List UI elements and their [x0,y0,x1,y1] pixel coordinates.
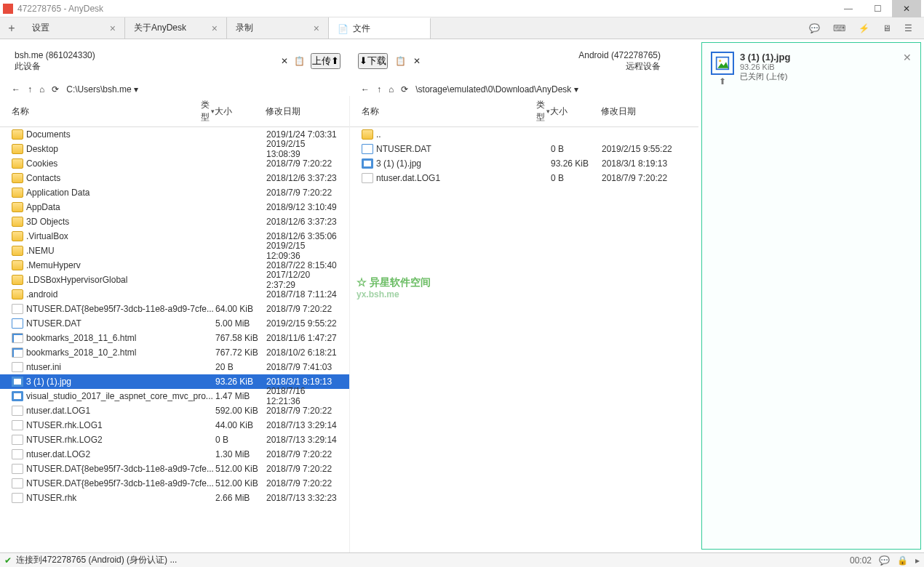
file-row[interactable]: bookmarks_2018_11_6.html767.58 KiB2018/1… [0,331,349,345]
file-row[interactable]: ntuser.ini20 B2018/7/9 7:41:03 [0,360,349,374]
tab-record[interactable]: 录制 × [227,17,329,39]
file-row[interactable]: NTUSER.rhk2.66 MiB2018/7/13 3:32:23 [0,491,349,505]
upload-button[interactable]: 上传⬆ [311,53,340,69]
monitor-icon[interactable]: 🖥 [883,23,891,33]
download-button[interactable]: ⬇下载 [358,53,388,69]
file-size: 5.00 MiB [215,318,266,329]
transfer-queue: ⬆ 3 (1) (1).jpg 93.26 KiB 已关闭 (上传) ✕ [701,42,921,550]
local-back-button[interactable]: ← [12,84,20,94]
file-row[interactable]: Contacts2018/12/6 3:37:23 [0,171,349,185]
tab-label: 关于AnyDesk [134,22,186,34]
col-size[interactable]: 大小 [215,99,266,124]
file-date: 2018/7/9 7:20:22 [266,188,338,198]
file-row[interactable]: Desktop2019/2/15 13:08:39 [0,142,349,156]
file-icon [362,173,373,183]
file-row[interactable]: 3 (1) (1).jpg93.26 KiB2018/3/1 8:19:13 [350,156,698,171]
file-row[interactable]: NTUSER.DAT{8ebe95f7-3dcb-11e8-a9d9-7cfe.… [0,462,349,476]
file-row[interactable]: NTUSER.DAT0 B2019/2/15 9:55:22 [350,142,698,156]
file-icon [12,464,23,474]
file-date: 2018/7/9 7:41:03 [266,362,338,372]
file-row[interactable]: NTUSER.DAT{8ebe95f7-3dcb-11e8-a9d9-7cfe.… [0,302,349,316]
html-icon [12,347,23,358]
tab-close-icon[interactable]: × [212,23,218,34]
img-icon [12,377,23,387]
file-row[interactable]: .android2018/7/18 7:11:24 [0,287,349,302]
remote-file-list[interactable]: ..NTUSER.DAT0 B2019/2/15 9:55:223 (1) (1… [350,127,698,552]
file-row[interactable]: .LDSBoxHypervisorGlobal2017/12/20 2:37:2… [0,273,349,287]
col-type[interactable]: 类型▾ [536,99,550,124]
tab-settings[interactable]: 设置 × [23,17,125,39]
local-up-button[interactable]: ↑ [28,84,32,94]
menu-icon[interactable]: ☰ [904,23,912,33]
local-refresh-button[interactable]: ⟳ [52,84,59,94]
file-name: Cookies [26,158,215,169]
tab-close-icon[interactable]: × [314,23,319,34]
file-row[interactable]: 3D Objects2018/12/6 3:37:23 [0,214,349,229]
local-home-button[interactable]: ⌂ [39,84,44,94]
file-size: 2.66 MiB [215,493,266,503]
new-tab-button[interactable]: + [0,17,23,39]
dropdown-icon[interactable]: ▾ [574,84,578,94]
file-date: 2018/3/1 8:19:13 [602,158,687,169]
remote-copy-icon[interactable]: 📋 [395,56,406,66]
tab-about[interactable]: 关于AnyDesk × [125,17,227,39]
file-row[interactable]: NTUSER.rhk.LOG144.00 KiB2018/7/13 3:29:1… [0,418,349,433]
remote-close-icon[interactable]: ✕ [413,56,421,66]
file-row[interactable]: bookmarks_2018_10_2.html767.72 KiB2018/1… [0,345,349,360]
file-row[interactable]: NTUSER.DAT5.00 MiB2019/2/15 9:55:22 [0,316,349,331]
file-row[interactable]: ntuser.dat.LOG1592.00 KiB2018/7/9 7:20:2… [0,403,349,418]
file-row[interactable]: ntuser.dat.LOG10 B2018/7/9 7:20:22 [350,171,698,185]
local-file-list[interactable]: Documents2019/1/24 7:03:31Desktop2019/2/… [0,127,349,552]
file-date: 2018/9/12 3:10:49 [266,202,338,212]
dat-icon [12,318,23,329]
file-row[interactable]: NTUSER.rhk.LOG20 B2018/7/13 3:29:14 [0,433,349,447]
status-chat-icon[interactable]: 💬 [879,555,890,566]
col-date[interactable]: 修改日期 [601,99,687,124]
maximize-button[interactable]: ☐ [863,0,892,17]
file-name: NTUSER.DAT [376,144,551,154]
person-icon [666,49,690,72]
file-row[interactable]: ntuser.dat.LOG21.30 MiB2018/7/9 7:20:22 [0,447,349,462]
remote-up-button[interactable]: ↑ [377,84,381,94]
minimize-button[interactable]: — [834,0,863,17]
file-name: visual_studio_2017_ile_aspnet_core_mvc_p… [26,391,215,401]
file-row[interactable]: Cookies2018/7/9 7:20:22 [0,156,349,171]
file-size: 0 B [551,173,602,183]
remote-home-button[interactable]: ⌂ [389,84,394,94]
file-size: 767.58 KiB [215,333,266,343]
folder-icon [12,231,23,241]
col-size[interactable]: 大小 [550,99,601,124]
col-date[interactable]: 修改日期 [266,99,338,124]
remote-refresh-button[interactable]: ⟳ [401,84,408,94]
col-type[interactable]: 类型▾ [201,99,215,124]
status-expand-icon[interactable]: ▸ [915,555,920,566]
remote-path-input[interactable]: \storage\emulated\0\Download\AnyDesk ▾ [415,84,578,94]
file-row[interactable]: NTUSER.DAT{8ebe95f7-3dcb-11e8-a9d9-7cfe.… [0,476,349,491]
file-row[interactable]: Application Data2018/7/9 7:20:22 [0,185,349,200]
file-row[interactable]: visual_studio_2017_ile_aspnet_core_mvc_p… [0,389,349,403]
queue-filename: 3 (1) (1).jpg [740,52,897,63]
file-name: Documents [26,129,215,140]
remote-back-button[interactable]: ← [361,84,370,94]
file-name: NTUSER.DAT{8ebe95f7-3dcb-11e8-a9d9-7cfe.… [26,464,215,474]
local-close-icon[interactable]: ✕ [281,56,288,66]
local-copy-icon[interactable]: 📋 [294,56,305,66]
col-name[interactable]: 名称 [12,99,201,124]
file-row[interactable]: .NEMU2019/2/15 12:09:36 [0,244,349,258]
tab-close-icon[interactable]: × [110,23,116,34]
status-lock-icon[interactable]: 🔒 [897,555,908,566]
close-button[interactable]: ✕ [892,0,921,17]
keyboard-icon[interactable]: ⌨ [833,23,845,33]
queue-close-icon[interactable]: ✕ [903,52,912,87]
dropdown-icon[interactable]: ▾ [134,84,138,94]
tab-files[interactable]: 📄 文件 [329,17,431,39]
lightning-icon[interactable]: ⚡ [859,23,869,33]
queue-item[interactable]: ⬆ 3 (1) (1).jpg 93.26 KiB 已关闭 (上传) ✕ [705,46,917,92]
file-row[interactable]: .. [350,127,698,142]
status-text: 连接到472278765 (Android) (身份认证) ... [16,554,177,566]
chat-icon[interactable]: 💬 [809,23,820,33]
local-path-input[interactable]: C:\Users\bsh.me ▾ [66,84,138,94]
col-name[interactable]: 名称 [362,99,536,124]
file-date: 2018/7/9 7:20:22 [266,449,338,459]
file-row[interactable]: AppData2018/9/12 3:10:49 [0,200,349,214]
